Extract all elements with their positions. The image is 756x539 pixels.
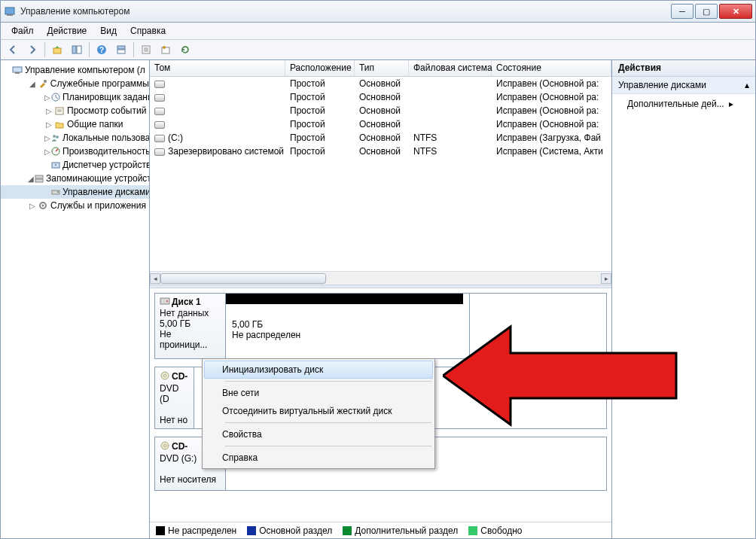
window-title: Управление компьютером [20,6,671,17]
svg-rect-12 [13,67,22,72]
tree-users[interactable]: ▷Локальные пользовате [1,131,149,145]
tree-root-label: Управление компьютером (л [25,65,145,75]
minimize-button[interactable]: ─ [671,4,694,19]
maximize-button[interactable]: ▢ [695,4,718,19]
menu-action[interactable]: Действие [41,24,93,38]
disk-partition-empty [470,294,606,358]
cm-help[interactable]: Справка [204,449,433,467]
legend: Не распределен Основной раздел Дополните… [150,522,611,538]
partition-size: 5,00 ГБ [232,319,263,330]
tree-scheduler[interactable]: ▷Планировщик заданий [1,90,149,104]
cm-detach-vhd[interactable]: Отсоединить виртуальный жесткий диск [204,402,433,420]
menu-file[interactable]: Файл [5,24,40,38]
col-tom[interactable]: Том [150,60,285,76]
svg-point-33 [164,445,166,447]
expander-icon[interactable]: ◢ [28,80,37,88]
events-icon [53,105,66,117]
table-row[interactable]: ПростойОсновнойИсправен (Основной ра: [150,90,611,104]
scroll-right-icon[interactable]: ▸ [601,273,611,284]
svg-rect-4 [77,46,81,53]
tree-tools[interactable]: ◢ Служебные программы [1,77,149,90]
tree-storage[interactable]: ◢Запоминающие устройст [1,172,149,185]
legend-free: Свободно [468,525,522,536]
svg-rect-8 [117,50,125,53]
tree-events[interactable]: ▷Просмотр событий [1,104,149,117]
svg-point-11 [163,46,166,49]
svg-rect-0 [5,8,14,14]
computer-icon [11,64,23,76]
svg-rect-1 [7,14,13,16]
expander-icon[interactable]: ▷ [44,93,50,102]
svg-point-27 [42,205,44,207]
services-icon [37,199,49,212]
expander-icon[interactable]: ▷ [44,107,53,115]
svg-point-17 [53,135,56,138]
col-tip[interactable]: Тип [355,60,409,76]
actions-section-label: Управление дисками [618,80,706,90]
col-ras[interactable]: Расположение [285,60,355,76]
show-hide-tree-button[interactable] [68,41,86,58]
expander-icon[interactable]: ▷ [44,148,50,156]
table-row[interactable]: (C:)ПростойОсновнойNTFSИсправен (Загрузк… [150,131,611,145]
table-row[interactable]: Зарезервировано системойПростойОсновнойN… [150,145,611,158]
tree-devmgr[interactable]: ▷Диспетчер устройств [1,158,149,172]
disk-row[interactable]: Диск 1 Нет данных 5,00 ГБ Не проиници...… [154,293,607,359]
expander-icon[interactable]: ▷ [28,202,37,210]
cm-initialize-disk[interactable]: Инициализировать диск [204,361,433,379]
disk-partition-unallocated[interactable]: 5,00 ГБНе распределен [226,294,470,358]
back-button[interactable] [4,41,22,58]
tree-root[interactable]: Управление компьютером (л [1,63,149,77]
svg-point-31 [164,375,166,377]
svg-rect-7 [117,46,125,49]
cm-properties[interactable]: Свойства [204,425,433,443]
disk-status1: Нет данных [160,308,209,318]
expander-icon[interactable]: ▷ [44,120,53,129]
svg-rect-3 [72,46,76,53]
actions-section[interactable]: Управление дисками ▴ [612,77,755,94]
view-top-button[interactable] [112,41,130,58]
svg-point-25 [57,191,59,193]
menu-help[interactable]: Справка [124,24,172,38]
expander-icon[interactable]: ◢ [28,175,34,183]
tree-perf[interactable]: ▷Производительность [1,145,149,158]
forward-button[interactable] [23,41,41,58]
disk-size: 5,00 ГБ [160,318,191,329]
disk-state: Нет носителя [160,474,216,485]
table-hscroll[interactable]: ◂ ▸ [150,271,611,285]
actions-more[interactable]: Дополнительные дей... ▸ [612,94,755,114]
action-button[interactable] [157,41,175,58]
tree-label: Запоминающие устройст [46,173,150,184]
tree-label: Просмотр событий [67,105,146,116]
tree-label: Локальные пользовате [62,132,150,143]
tree-services[interactable]: ▷Службы и приложения [1,199,149,212]
disk-drive: DVD (G:) [160,453,197,464]
legend-extended: Дополнительный раздел [343,525,458,536]
disk-name: CD- [172,441,187,452]
disk-status2: Не проиници... [160,329,207,350]
cm-offline[interactable]: Вне сети [204,384,433,402]
table-row[interactable]: ПростойОсновнойИсправен (Основной ра: [150,77,611,90]
menubar: Файл Действие Вид Справка [0,23,756,39]
disk-icon [160,297,170,308]
settings-button[interactable] [137,41,155,58]
col-fs[interactable]: Файловая система [409,60,492,76]
tree-diskmgmt[interactable]: ▷Управление дисками [1,185,149,199]
perf-icon [50,145,61,157]
refresh-button[interactable] [176,41,194,58]
help-button[interactable]: ? [93,41,111,58]
expander-icon[interactable]: ▷ [44,134,50,142]
context-menu: Инициализировать диск Вне сети Отсоедини… [202,358,435,469]
table-row[interactable]: ПростойОсновнойИсправен (Основной ра: [150,117,611,131]
tree-label: Диспетчер устройств [62,160,150,170]
menu-view[interactable]: Вид [94,24,123,38]
scroll-left-icon[interactable]: ◂ [150,273,160,284]
actions-pane: Действия Управление дисками ▴ Дополнител… [612,60,755,538]
toolbar: ? [0,39,756,60]
tree-shared[interactable]: ▷Общие папки [1,117,149,131]
tools-icon [37,78,49,90]
close-button[interactable]: ✕ [719,4,752,19]
table-row[interactable]: ПростойОсновнойИсправен (Основной ра: [150,104,611,117]
scroll-thumb[interactable] [160,273,326,284]
col-st[interactable]: Состояние [492,60,611,76]
up-button[interactable] [48,41,66,58]
